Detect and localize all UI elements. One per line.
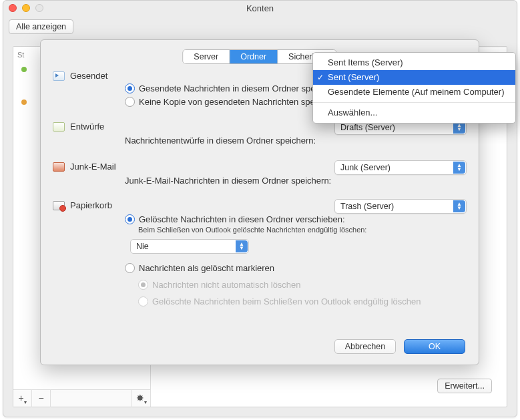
drafts-icon [53, 122, 65, 132]
titlebar: Konten [3, 1, 517, 17]
sent-nosave-label: Keine Kopie von gesendeten Nachrichten s… [139, 97, 338, 107]
window-title: Konten [246, 3, 274, 13]
drafts-section: Entwürfe Drafts (Server) ▲▼ Nachrichtene… [53, 122, 467, 146]
dropdown-item[interactable]: Sent Items (Server) [313, 55, 515, 70]
junk-desc: Junk-E-Mail-Nachrichten in diesem Ordner… [125, 176, 331, 186]
trash-move-label: Gelöschte Nachrichten in diesen Ordner v… [139, 214, 345, 224]
sent-store-radio[interactable] [125, 83, 135, 93]
popup-arrows-icon: ▲▼ [453, 162, 465, 174]
sent-title: Gesendet [70, 71, 107, 81]
sent-folder-dropdown: Sent Items (Server) Sent (Server) Gesend… [312, 52, 516, 124]
junk-title: Junk-E-Mail [70, 162, 116, 172]
trash-folder-value: Trash (Server) [340, 202, 394, 211]
trash-disabled1-label: Nachrichten nicht automatisch löschen [152, 280, 301, 290]
junk-folder-value: Junk (Server) [340, 163, 391, 172]
show-all-button[interactable]: Alle anzeigen [9, 19, 73, 34]
dropdown-item-selected[interactable]: Sent (Server) [313, 70, 515, 85]
sent-store-label: Gesendete Nachrichten in diesem Ordner s… [139, 83, 342, 93]
popup-arrows-icon: ▲▼ [236, 240, 248, 252]
status-dot-icon [21, 67, 27, 72]
minimize-window-button[interactable] [22, 4, 30, 12]
trash-disabled2-radio [138, 296, 148, 306]
trash-schedule-value: Nie [136, 242, 149, 251]
tab-folders[interactable]: Ordner [230, 50, 278, 63]
drafts-folder-value: Drafts (Server) [340, 123, 395, 132]
tab-server[interactable]: Server [183, 50, 230, 63]
sent-icon [53, 71, 65, 81]
window-controls [9, 4, 43, 12]
popup-arrows-icon: ▲▼ [453, 200, 465, 212]
drafts-desc: Nachrichtenentwürfe in diesem Ordner spe… [125, 136, 316, 146]
trash-disabled2-label: Gelöschte Nachrichten beim Schließen von… [152, 296, 421, 306]
close-window-button[interactable] [9, 4, 17, 12]
add-account-button[interactable]: +▾ [13, 390, 32, 407]
advanced-button[interactable]: Erweitert... [437, 379, 492, 393]
toolbar: Alle anzeigen [3, 17, 517, 39]
trash-folder-popup[interactable]: Trash (Server) ▲▼ [334, 199, 467, 214]
sent-nosave-radio[interactable] [125, 97, 135, 107]
dropdown-separator [313, 102, 515, 103]
dropdown-item[interactable]: Gesendete Elemente (Auf meinem Computer) [313, 85, 515, 99]
sheet-footer-buttons: Abbrechen OK [334, 339, 465, 354]
trash-icon [53, 201, 65, 210]
trash-mark-label: Nachrichten als gelöscht markieren [139, 263, 274, 273]
junk-section: Junk-E-Mail Junk (Server) ▲▼ Junk-E-Mail… [53, 162, 467, 186]
trash-disabled1-radio [138, 280, 148, 290]
status-dot-icon [21, 99, 27, 105]
zoom-window-button[interactable] [35, 4, 43, 12]
trash-section: Papierkorb Trash (Server) ▲▼ Gelöschte N… [53, 200, 467, 306]
sidebar-footer: +▾ − ✸▾ [13, 389, 151, 407]
junk-folder-popup[interactable]: Junk (Server) ▲▼ [334, 160, 467, 175]
cancel-button[interactable]: Abbrechen [334, 339, 396, 354]
drafts-title: Entwürfe [70, 122, 104, 132]
dropdown-item-choose[interactable]: Auswählen... [313, 106, 515, 120]
remove-account-button[interactable]: − [32, 390, 51, 407]
trash-schedule-popup[interactable]: Nie ▲▼ [130, 239, 249, 254]
settings-gear-button[interactable]: ✸▾ [132, 390, 150, 407]
trash-sub-desc: Beim Schließen von Outlook gelöschte Nac… [138, 226, 366, 234]
junk-icon [53, 162, 65, 172]
ok-button[interactable]: OK [404, 339, 465, 354]
trash-mark-radio[interactable] [125, 263, 135, 273]
trash-title: Papierkorb [70, 200, 112, 210]
trash-move-radio[interactable] [125, 214, 135, 224]
